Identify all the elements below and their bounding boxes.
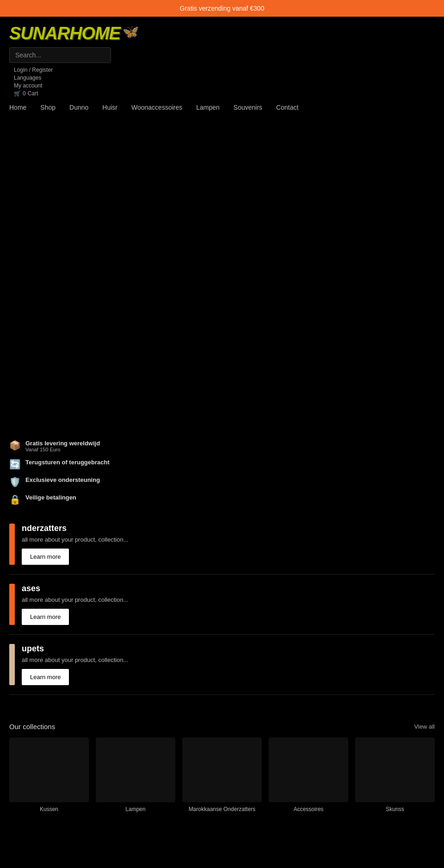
top-banner: Gratis verzending vanaf €300 bbox=[0, 0, 444, 17]
category-desc-vases: all more about your product, collection.… bbox=[22, 596, 435, 603]
nav-huisr[interactable]: Huisr bbox=[102, 104, 117, 111]
categories-section: nderzatters all more about your product,… bbox=[0, 514, 444, 713]
collection-label-lampen: Lampen bbox=[96, 806, 175, 812]
collection-marokkaanse[interactable]: Marokkaanse Onderzatters bbox=[182, 737, 262, 812]
logo-part1: SUNAR bbox=[9, 24, 69, 43]
return-icon: 🔄 bbox=[9, 459, 21, 470]
hero-section bbox=[0, 118, 444, 433]
collections-title: Our collections bbox=[9, 723, 55, 731]
learn-more-vases[interactable]: Learn more bbox=[22, 609, 69, 625]
category-card-carpets: upets all more about your product, colle… bbox=[9, 644, 435, 695]
nav-home[interactable]: Home bbox=[9, 104, 26, 111]
collection-kussen[interactable]: Kussen bbox=[9, 737, 89, 812]
languages-link[interactable]: Languages bbox=[14, 75, 435, 81]
search-placeholder: Search... bbox=[15, 51, 41, 59]
collection-img-marokkaanse bbox=[182, 737, 262, 802]
collection-grid: Kussen Lampen Marokkaanse Onderzatters A… bbox=[9, 737, 435, 812]
collection-img-accessoires bbox=[269, 737, 348, 802]
collection-img-kussen bbox=[9, 737, 89, 802]
view-all-link[interactable]: View all bbox=[414, 723, 435, 730]
feature-shipping: 📦 Gratis levering wereldwijd Vanaf 150 E… bbox=[9, 440, 435, 452]
category-title-vases: ases bbox=[22, 584, 435, 593]
nav-contact[interactable]: Contact bbox=[276, 104, 298, 111]
collection-img-lampen bbox=[96, 737, 175, 802]
learn-more-carpets[interactable]: Learn more bbox=[22, 669, 69, 685]
butterfly-icon: 🦋 bbox=[123, 24, 139, 39]
bottom-section-1 bbox=[0, 831, 444, 868]
feature-return: 🔄 Terugsturen of teruggebracht bbox=[9, 459, 435, 470]
collections-header: Our collections View all bbox=[9, 723, 435, 731]
main-nav: Home Shop Dunno Huisr Woonaccessoires La… bbox=[0, 99, 444, 118]
collection-skunss[interactable]: Skunss bbox=[355, 737, 435, 812]
feature-support: 🛡️ Exclusieve ondersteuning bbox=[9, 476, 435, 487]
cart-label: Cart bbox=[28, 90, 38, 97]
collection-label-skunss: Skunss bbox=[355, 806, 435, 812]
collection-img-skunss bbox=[355, 737, 435, 802]
collection-label-marokkaanse: Marokkaanse Onderzatters bbox=[182, 806, 262, 812]
category-image-vases bbox=[9, 584, 15, 625]
support-icon: 🛡️ bbox=[9, 476, 21, 487]
category-card-vases: ases all more about your product, collec… bbox=[9, 584, 435, 635]
feature-return-title: Terugsturen of teruggebracht bbox=[25, 459, 110, 466]
collections-section: Our collections View all Kussen Lampen M… bbox=[0, 713, 444, 831]
payment-icon: 🔒 bbox=[9, 494, 21, 505]
logo-area: SUNARHOME 🦋 bbox=[9, 24, 435, 44]
feature-shipping-title: Gratis levering wereldwijd bbox=[25, 440, 100, 447]
feature-payment-title: Veilige betalingen bbox=[25, 494, 76, 501]
my-account-link[interactable]: My account bbox=[14, 82, 435, 89]
category-desc-carpets: all more about your product, collection.… bbox=[22, 656, 435, 663]
category-image-onderzatters bbox=[9, 524, 15, 565]
nav-dunno[interactable]: Dunno bbox=[69, 104, 88, 111]
nav-lampen[interactable]: Lampen bbox=[196, 104, 220, 111]
category-image-carpets bbox=[9, 644, 15, 685]
nav-souvenirs[interactable]: Souvenirs bbox=[234, 104, 262, 111]
learn-more-onderzatters[interactable]: Learn more bbox=[22, 549, 69, 565]
collection-accessoires[interactable]: Accessoires bbox=[269, 737, 348, 812]
logo[interactable]: SUNARHOME bbox=[9, 24, 120, 44]
feature-payment: 🔒 Veilige betalingen bbox=[9, 494, 435, 505]
cart-count: 0 bbox=[23, 90, 26, 97]
nav-woonaccessoires[interactable]: Woonaccessoires bbox=[131, 104, 182, 111]
collection-label-accessoires: Accessoires bbox=[269, 806, 348, 812]
feature-shipping-sub: Vanaf 150 Euro bbox=[25, 447, 100, 452]
cart-area[interactable]: 🛒 0 Cart bbox=[14, 90, 435, 97]
category-desc-onderzatters: all more about your product, collection.… bbox=[22, 536, 435, 543]
logo-part2: HOME bbox=[69, 24, 120, 43]
category-title-onderzatters: nderzatters bbox=[22, 524, 435, 533]
login-link[interactable]: Login / Register bbox=[14, 67, 435, 73]
search-input[interactable]: Search... bbox=[9, 47, 111, 63]
features-row: 📦 Gratis levering wereldwijd Vanaf 150 E… bbox=[0, 433, 444, 514]
feature-support-title: Exclusieve ondersteuning bbox=[25, 476, 100, 483]
collection-lampen[interactable]: Lampen bbox=[96, 737, 175, 812]
collection-label-kussen: Kussen bbox=[9, 806, 89, 812]
cart-icon: 🛒 bbox=[14, 90, 21, 97]
shipping-icon: 📦 bbox=[9, 440, 21, 451]
header-links: Login / Register Languages My account bbox=[14, 67, 435, 89]
banner-text: Gratis verzending vanaf €300 bbox=[180, 5, 265, 12]
nav-shop[interactable]: Shop bbox=[40, 104, 56, 111]
category-card-onderzatters: nderzatters all more about your product,… bbox=[9, 524, 435, 575]
category-title-carpets: upets bbox=[22, 644, 435, 654]
header: SUNARHOME 🦋 Search... Login / Register L… bbox=[0, 17, 444, 99]
